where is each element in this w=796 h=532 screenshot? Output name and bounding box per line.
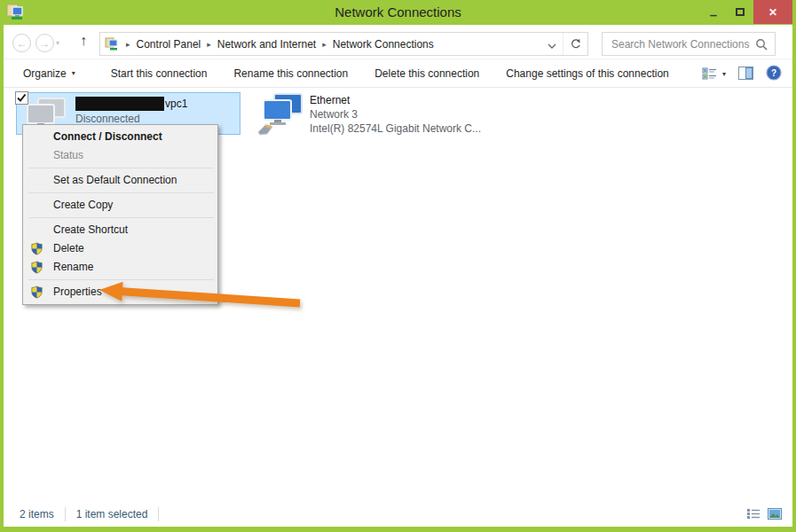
view-list-icon — [702, 67, 718, 81]
start-connection-command[interactable]: Start this connection — [111, 67, 208, 80]
ethernet-monitors-icon — [256, 93, 306, 136]
organize-label: Organize — [23, 67, 67, 80]
menu-separator — [28, 168, 214, 168]
preview-pane-button[interactable] — [738, 66, 753, 82]
change-view-button[interactable]: ▾ — [702, 67, 726, 81]
refresh-icon — [570, 38, 582, 51]
breadcrumb-control-panel[interactable]: Control Panel — [137, 38, 201, 51]
preview-pane-icon — [738, 66, 753, 80]
window-border-bottom — [0, 527, 796, 532]
menu-item-label: Create Copy — [53, 199, 113, 211]
address-bar[interactable]: ▸ Control Panel ▸ Network and Internet ▸… — [99, 32, 588, 56]
delete-connection-command[interactable]: Delete this connection — [374, 67, 479, 80]
uac-shield-icon — [30, 286, 43, 305]
breadcrumb-network-connections[interactable]: Network Connections — [333, 38, 434, 51]
forward-button[interactable]: → — [35, 34, 54, 52]
items-view: vpc1 Disconnected Ethernet N — [4, 89, 792, 501]
maximize-button[interactable] — [727, 0, 753, 24]
breadcrumb-chevron-icon: ▸ — [316, 40, 333, 49]
menu-separator — [28, 192, 214, 193]
menu-item-label: Set as Default Connection — [53, 174, 177, 186]
details-view-icon[interactable] — [746, 508, 761, 520]
search-input[interactable] — [603, 38, 755, 51]
search-icon[interactable] — [755, 38, 768, 51]
minimize-icon: – — [710, 11, 717, 20]
uac-shield-icon — [30, 261, 43, 280]
refresh-button[interactable] — [563, 33, 587, 55]
command-toolbar: Organize ▾ Start this connection Rename … — [4, 59, 792, 88]
menu-item-label: Connect / Disconnect — [53, 130, 162, 143]
annotation-arrow — [87, 273, 309, 316]
maximize-icon — [736, 8, 745, 16]
selection-count: 1 item selected — [66, 508, 159, 520]
network-connections-window: Network Connections – ✕ ← → ▾ ↑ ▸ Contro… — [0, 0, 796, 532]
up-arrow-icon: ↑ — [80, 33, 87, 48]
breadcrumb-chevron-icon: ▸ — [120, 40, 137, 49]
menu-item-create-copy[interactable]: Create Copy — [23, 196, 217, 215]
status-bar: 2 items 1 item selected — [4, 501, 792, 527]
rename-connection-command[interactable]: Rename this connection — [233, 67, 348, 80]
connection-network: Network 3 — [310, 108, 481, 121]
items-count: 2 items — [4, 508, 65, 520]
location-network-icon — [105, 36, 120, 51]
caption-buttons: – ✕ — [700, 0, 792, 24]
chevron-down-icon — [548, 43, 556, 49]
breadcrumb-chevron-icon: ▸ — [201, 40, 217, 49]
change-settings-command[interactable]: Change settings of this connection — [506, 67, 668, 80]
chevron-down-icon: ▾ — [722, 70, 726, 78]
connection-status: Disconnected — [75, 113, 187, 125]
chevron-down-icon: ▾ — [72, 69, 75, 77]
connection-name: vpc1 — [165, 98, 187, 110]
address-dropdown-button[interactable] — [541, 36, 563, 52]
menu-item-create-shortcut[interactable]: Create Shortcut — [23, 221, 217, 239]
help-icon: ? — [766, 65, 782, 81]
breadcrumb-network-and-internet[interactable]: Network and Internet — [217, 38, 316, 51]
minimize-button[interactable]: – — [700, 0, 727, 24]
close-icon: ✕ — [768, 6, 777, 19]
menu-item-connect-disconnect[interactable]: Connect / Disconnect — [23, 128, 217, 146]
toolbar-right-icons: ▾ ? — [702, 59, 782, 89]
svg-text:?: ? — [771, 68, 776, 78]
redaction-box — [75, 97, 164, 111]
forward-icon: → — [40, 37, 51, 50]
menu-item-label: Rename — [53, 261, 93, 273]
connection-name: Ethernet — [310, 94, 481, 106]
ethernet-text: Ethernet Network 3 Intel(R) 82574L Gigab… — [310, 91, 481, 136]
search-box — [602, 32, 776, 56]
back-button[interactable]: ← — [12, 34, 31, 52]
title-bar: Network Connections – ✕ — [0, 0, 796, 25]
connection-device: Intel(R) 82574L Gigabit Network C... — [310, 122, 481, 135]
menu-separator — [28, 217, 214, 218]
menu-item-set-default-connection[interactable]: Set as Default Connection — [23, 171, 217, 190]
connection-item-ethernet[interactable]: Ethernet Network 3 Intel(R) 82574L Gigab… — [253, 91, 484, 136]
back-icon: ← — [17, 37, 28, 50]
recent-pages-dropdown[interactable]: ▾ — [56, 39, 59, 47]
chevron-down-icon: ▾ — [56, 39, 59, 47]
menu-item-label: Delete — [53, 242, 84, 254]
menu-item-status[interactable]: Status — [23, 146, 217, 165]
selection-checkbox[interactable] — [15, 91, 28, 105]
up-button[interactable]: ↑ — [80, 33, 87, 49]
menu-item-label: Create Shortcut — [53, 223, 128, 236]
organize-button[interactable]: Organize ▾ — [23, 67, 75, 80]
help-button[interactable]: ? — [766, 65, 782, 83]
menu-item-delete[interactable]: Delete — [23, 239, 217, 258]
status-view-toggles — [746, 508, 782, 520]
ethernet-icon-wrap — [253, 91, 310, 136]
status-divider — [158, 507, 159, 521]
window-title: Network Connections — [0, 4, 796, 20]
large-icons-view-icon[interactable] — [768, 508, 782, 520]
close-button[interactable]: ✕ — [753, 0, 792, 24]
window-border-right — [792, 25, 796, 532]
menu-item-label: Status — [53, 149, 83, 161]
